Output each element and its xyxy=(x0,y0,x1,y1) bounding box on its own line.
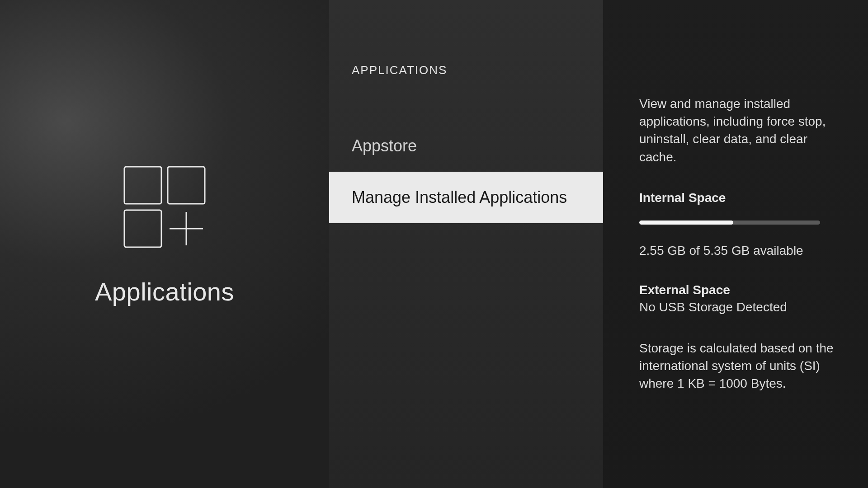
menu-header: APPLICATIONS xyxy=(329,63,603,77)
internal-storage-fill xyxy=(639,221,733,225)
svg-rect-1 xyxy=(168,167,205,204)
internal-space-title: Internal Space xyxy=(639,191,834,205)
category-title: Applications xyxy=(95,277,234,306)
category-panel: Applications xyxy=(0,0,329,488)
menu-panel: APPLICATIONS Appstore Manage Installed A… xyxy=(329,0,603,488)
applications-icon xyxy=(122,164,208,250)
svg-rect-0 xyxy=(124,167,161,204)
detail-panel: View and manage installed applications, … xyxy=(603,0,868,488)
external-storage-text: No USB Storage Detected xyxy=(639,300,834,314)
internal-storage-text: 2.55 GB of 5.35 GB available xyxy=(639,244,834,258)
description-text: View and manage installed applications, … xyxy=(639,95,834,166)
svg-rect-2 xyxy=(124,210,161,247)
internal-storage-bar xyxy=(639,221,820,225)
external-space-title: External Space xyxy=(639,283,834,297)
menu-item-appstore[interactable]: Appstore xyxy=(329,120,603,172)
menu-item-manage-installed-applications[interactable]: Manage Installed Applications xyxy=(329,172,603,223)
storage-note: Storage is calculated based on the inter… xyxy=(639,339,834,393)
